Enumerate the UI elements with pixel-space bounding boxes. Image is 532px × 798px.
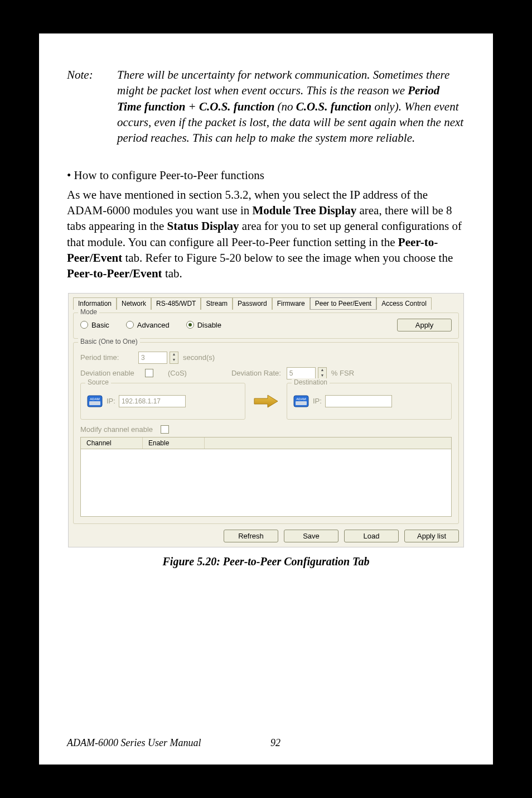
tab-peer-to-peer[interactable]: Peer to Peer/Event (310, 297, 376, 310)
tab-access-control[interactable]: Access Control (376, 297, 432, 310)
manual-title: ADAM-6000 Series User Manual (67, 737, 201, 748)
apply-list-button[interactable]: Apply list (404, 530, 459, 542)
p-b4: Peer-to-Peer/Event (67, 267, 162, 280)
page: Note: There will be uncertainty for netw… (39, 33, 493, 765)
svg-text:ADAM: ADAM (90, 397, 99, 401)
page-number: 92 (270, 737, 280, 749)
load-button[interactable]: Load (344, 530, 399, 542)
p-t5: tab. (165, 267, 182, 280)
destination-legend: Destination (292, 378, 330, 386)
channel-list[interactable] (80, 449, 452, 517)
p-b2: Status Display (167, 219, 239, 233)
dev-rate-input[interactable]: 5 (287, 367, 316, 379)
dev-enable-label: Deviation enable (80, 369, 142, 377)
tab-firmware[interactable]: Firmware (272, 297, 310, 310)
radio-basic-label: Basic (91, 321, 109, 329)
page-footer: ADAM-6000 Series User Manual 92 (67, 737, 280, 749)
note-body: There will be uncertainty for network co… (117, 67, 465, 146)
src-ip-label: IP: (107, 397, 115, 405)
adam-module-icon: ADAM (86, 393, 103, 409)
svg-rect-1 (89, 401, 100, 405)
adam-module-icon: ADAM (293, 393, 309, 409)
period-label: Period time: (80, 353, 136, 362)
cos-label: (CoS) (168, 369, 187, 377)
apply-button[interactable]: Apply (397, 319, 452, 331)
arrow-icon (253, 393, 279, 410)
dev-enable-checkbox[interactable] (145, 369, 153, 377)
radio-advanced-label: Advanced (137, 321, 170, 329)
note-label: Note: (67, 67, 117, 146)
modify-channel-label: Modify channel enable (80, 425, 153, 434)
dev-rate-label: Deviation Rate: (231, 369, 281, 377)
period-input[interactable]: 3 (138, 352, 167, 364)
chevron-up-icon: ▲ (318, 368, 326, 373)
radio-dot-icon (80, 321, 88, 329)
svg-text:ADAM: ADAM (296, 397, 306, 401)
tab-rs485[interactable]: RS-485/WDT (151, 297, 201, 310)
radio-disable[interactable]: Disable (186, 321, 221, 329)
source-legend: Source (85, 378, 111, 386)
howto-bullet: • How to configure Peer-to-Peer function… (67, 169, 465, 182)
button-row: Refresh Save Load Apply list (73, 530, 459, 542)
note-text-2: + (188, 100, 199, 113)
dst-ip-label: IP: (313, 397, 322, 405)
radio-basic[interactable]: Basic (80, 321, 109, 329)
basic-legend: Basic (One to One) (78, 338, 140, 345)
mode-legend: Mode (78, 308, 99, 316)
note-text-1: There will be uncertainty for network co… (117, 68, 449, 97)
radio-dot-icon (186, 321, 194, 329)
note-block: Note: There will be uncertainty for netw… (67, 67, 465, 146)
p-b1: Module Tree Display (252, 204, 356, 217)
fsr-label: % FSR (331, 369, 354, 377)
radio-disable-label: Disable (197, 321, 221, 329)
p-t4: tab. Refer to Figure 5-20 below to see t… (125, 251, 453, 265)
dst-ip-input[interactable] (325, 395, 392, 407)
tab-network[interactable]: Network (117, 297, 151, 310)
tab-strip: Information Network RS-485/WDT Stream Pa… (73, 297, 459, 309)
dev-rate-stepper[interactable]: ▲▼ (318, 367, 327, 379)
config-dialog: Information Network RS-485/WDT Stream Pa… (68, 293, 464, 547)
radio-dot-icon (126, 321, 134, 329)
col-channel: Channel (81, 438, 143, 449)
period-stepper[interactable]: ▲▼ (170, 352, 178, 364)
second-label: second(s) (183, 353, 215, 362)
tab-stream[interactable]: Stream (201, 297, 233, 310)
channel-list-header: Channel Enable (80, 437, 452, 449)
chevron-down-icon: ▼ (170, 358, 178, 363)
col-enable: Enable (143, 438, 205, 449)
destination-group: Destination ADAM IP: (287, 383, 452, 420)
svg-rect-4 (296, 401, 307, 405)
note-text-3: (no (278, 100, 296, 113)
save-button[interactable]: Save (284, 530, 338, 542)
figure-caption: Figure 5.20: Peer-to-Peer Configuration … (67, 555, 465, 568)
basic-group: Basic (One to One) Period time: 3 ▲▼ sec… (73, 342, 459, 524)
note-bold-2: C.O.S. function (199, 100, 274, 113)
mode-group: Mode Basic Advanced Disable Apply (73, 313, 459, 339)
tab-password[interactable]: Password (233, 297, 272, 310)
modify-channel-checkbox[interactable] (161, 425, 169, 434)
source-group: Source ADAM IP: 192.168.1.17 (80, 383, 245, 420)
body-paragraph: As we have mentioned in section 5.3.2, w… (67, 187, 465, 282)
chevron-up-icon: ▲ (170, 352, 178, 358)
refresh-button[interactable]: Refresh (224, 530, 278, 542)
note-bold-3: C.O.S. function (296, 100, 371, 113)
src-ip-input[interactable]: 192.168.1.17 (119, 395, 186, 407)
radio-advanced[interactable]: Advanced (126, 321, 170, 329)
